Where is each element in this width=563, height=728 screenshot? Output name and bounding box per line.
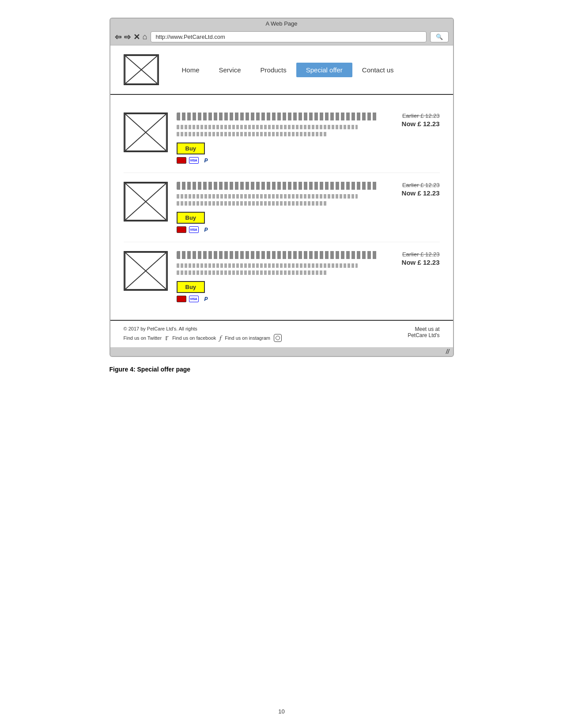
site-logo [124,54,159,85]
product-image-3 [124,251,168,291]
copyright-text: © 2017 by PetCare Ltd's. All rights [124,326,282,331]
search-icon: 🔍 [436,34,443,40]
twitter-icon[interactable]: 𝕣 [165,334,169,342]
forward-icon[interactable]: ⇨ [124,32,131,42]
buy-button-3[interactable]: Buy [177,281,205,293]
nav-special-offer[interactable]: Special offer [296,63,352,77]
website-content: Home Service Products Special offer Cont… [110,45,453,347]
price-now-1: Now £ 12.23 [387,120,440,128]
nav-home[interactable]: Home [172,63,209,77]
product-title-2 [177,182,378,190]
browser-statusbar: // [110,347,453,356]
product-item: Buy VISA P Earlier £ 12.23 N [124,173,440,242]
product-details-2: Buy VISA P [177,182,378,233]
svg-rect-0 [125,56,158,84]
product-item: Buy VISA P Earlier £ 12.23 N [124,104,440,173]
paypal-icon-3: P [201,296,211,302]
payment-icons-1: VISA P [177,157,378,164]
paypal-icon-2: P [201,226,211,233]
payment-icons-2: VISA P [177,226,378,233]
footer-left: © 2017 by PetCare Ltd's. All rights Find… [124,326,282,342]
product-image-1 [124,113,168,152]
search-button[interactable]: 🔍 [430,31,449,42]
figure-caption: Figure 4: Special offer page [110,366,454,373]
price-earlier-1: Earlier £ 12.23 [387,113,440,119]
nav-products[interactable]: Products [251,63,296,77]
page-wrapper: A Web Page ⇦ ⇨ ✕ ⌂ 🔍 [110,18,454,373]
mastercard-icon-3 [177,296,186,302]
paypal-icon-1: P [201,157,211,164]
mastercard-icon-1 [177,157,186,164]
product-desc-1a [177,125,358,129]
footer-social: Find us on Twitter 𝕣 Find us on facebook… [124,334,282,342]
product-desc-1b [177,132,328,136]
page-number: 10 [278,708,284,715]
visa-icon-1: VISA [189,157,199,164]
footer-right-line2: PetCare Ltd's [408,332,439,338]
visa-icon-2: VISA [189,226,199,233]
facebook-label: Find us on facebook [172,335,216,341]
nav-service[interactable]: Service [209,63,251,77]
svg-line-2 [125,56,158,84]
products-section: Buy VISA P Earlier £ 12.23 N [110,95,453,320]
product-price-1: Earlier £ 12.23 Now £ 12.23 [387,113,440,128]
product-desc-2a [177,194,358,199]
product-price-2: Earlier £ 12.23 Now £ 12.23 [387,182,440,197]
mastercard-icon-2 [177,226,186,233]
logo-image [125,55,158,84]
browser-toolbar: ⇦ ⇨ ✕ ⌂ 🔍 [110,29,453,45]
product-details-1: Buy VISA P [177,113,378,164]
url-bar[interactable] [151,31,426,42]
svg-line-1 [125,56,158,84]
browser-window: A Web Page ⇦ ⇨ ✕ ⌂ 🔍 [110,18,454,357]
instagram-label: Find us on instagram [225,335,270,341]
product-desc-3a [177,263,358,268]
price-now-2: Now £ 12.23 [387,189,440,197]
instagram-icon[interactable] [274,334,282,342]
stop-icon[interactable]: ✕ [133,32,140,42]
buy-button-1[interactable]: Buy [177,143,205,154]
browser-title: A Web Page [265,20,297,27]
nav-contact-us[interactable]: Contact us [352,63,404,77]
footer-right-line1: Meet us at [408,326,439,332]
product-details-3: Buy VISA P [177,251,378,302]
visa-icon-3: VISA [189,296,199,302]
product-price-3: Earlier £ 12.23 Now £ 12.23 [387,251,440,266]
product-image-2 [124,182,168,221]
footer-right: Meet us at PetCare Ltd's [408,326,439,338]
buy-button-2[interactable]: Buy [177,212,205,224]
twitter-label: Find us on Twitter [124,335,162,341]
facebook-icon[interactable]: 𝑓 [219,334,221,342]
product-desc-2b [177,201,328,206]
site-nav: Home Service Products Special offer Cont… [172,63,440,77]
price-now-3: Now £ 12.23 [387,259,440,266]
home-icon[interactable]: ⌂ [143,32,147,41]
browser-title-bar: A Web Page [110,19,453,29]
site-footer: © 2017 by PetCare Ltd's. All rights Find… [110,320,453,347]
product-item: Buy VISA P Earlier £ 12.23 N [124,242,440,311]
back-icon[interactable]: ⇦ [115,32,121,42]
product-desc-3b [177,270,328,275]
payment-icons-3: VISA P [177,296,378,302]
price-earlier-2: Earlier £ 12.23 [387,182,440,188]
site-header: Home Service Products Special offer Cont… [110,45,453,95]
statusbar-icon: // [446,348,450,355]
price-earlier-3: Earlier £ 12.23 [387,251,440,258]
product-title-1 [177,113,378,120]
browser-nav-icons: ⇦ ⇨ ✕ ⌂ [115,32,147,42]
product-title-3 [177,251,378,259]
